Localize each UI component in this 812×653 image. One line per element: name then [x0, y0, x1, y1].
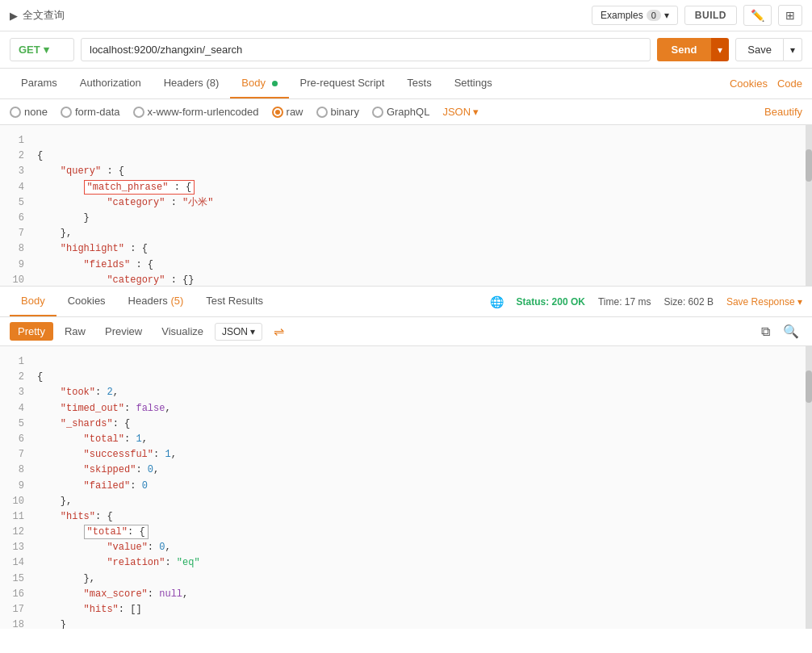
cookies-link[interactable]: Cookies [730, 69, 768, 98]
collection-title: 全文查询 [23, 8, 65, 23]
resp-tab-body[interactable]: Body [10, 287, 57, 316]
copy-response-button[interactable]: ⧉ [758, 322, 773, 341]
wrap-lines-button[interactable]: ⇌ [269, 322, 289, 341]
url-bar: GET ▾ Send ▾ Save ▾ [0, 31, 812, 69]
response-scrollbar[interactable] [806, 346, 812, 629]
radio-raw [272, 107, 283, 118]
top-bar-actions: Examples 0 ▾ BUILD ✏️ ⊞ [592, 5, 802, 26]
json-type-selector[interactable]: JSON ▾ [442, 106, 479, 118]
response-type-selector[interactable]: JSON ▾ [215, 323, 262, 341]
tab-tests[interactable]: Tests [396, 69, 442, 98]
json-chevron-icon: ▾ [473, 106, 479, 118]
time-label: Time: 17 ms [598, 296, 651, 308]
save-dropdown-button[interactable]: ▾ [784, 38, 802, 61]
beautify-link[interactable]: Beautify [764, 106, 802, 118]
method-label: GET [19, 44, 40, 56]
method-chevron-icon: ▾ [44, 44, 49, 56]
search-response-button[interactable]: 🔍 [780, 322, 802, 341]
build-button[interactable]: BUILD [684, 6, 737, 25]
tab-body-label: Body [241, 77, 266, 89]
layout-icon-button[interactable]: ⊞ [778, 5, 802, 26]
save-button-group: Save ▾ [735, 38, 802, 61]
body-type-none[interactable]: none [10, 106, 48, 118]
tab-prerequest[interactable]: Pre-request Script [289, 69, 396, 98]
editor-scrollbar[interactable] [806, 125, 812, 286]
send-dropdown-button[interactable]: ▾ [711, 38, 729, 61]
response-code[interactable]: { "took": 2, "timed_out": false, "_shard… [29, 346, 812, 629]
code-link[interactable]: Code [777, 69, 802, 98]
save-button[interactable]: Save [735, 38, 784, 61]
code-content: 12345678910 { "query" : { "match_phrase"… [0, 125, 812, 286]
tab-headers[interactable]: Headers (8) [153, 69, 231, 98]
body-type-bar: none form-data x-www-form-urlencoded raw… [0, 99, 812, 125]
tab-authorization[interactable]: Authorization [69, 69, 153, 98]
line-numbers: 12345678910 [0, 125, 29, 286]
request-body-editor: 12345678910 { "query" : { "match_phrase"… [0, 125, 812, 287]
examples-label: Examples [601, 10, 643, 21]
examples-chevron-icon: ▾ [664, 10, 669, 21]
request-code[interactable]: { "query" : { "match_phrase" : { "catego… [29, 125, 812, 286]
response-action-icons: ⧉ 🔍 [758, 322, 802, 341]
globe-icon: 🌐 [490, 295, 504, 308]
response-scrollbar-thumb [806, 370, 812, 403]
send-button[interactable]: Send [657, 38, 712, 61]
resp-tab-test-results[interactable]: Test Results [195, 287, 274, 316]
top-bar: ▶ 全文查询 Examples 0 ▾ BUILD ✏️ ⊞ [0, 0, 812, 31]
radio-formdata [61, 107, 72, 118]
save-response-button[interactable]: Save Response ▾ [726, 296, 802, 308]
body-active-dot [272, 81, 278, 86]
examples-button[interactable]: Examples 0 ▾ [592, 6, 678, 25]
response-body-area: 123456789101112131415161718 { "took": 2,… [0, 346, 812, 629]
size-label: Size: 602 B [664, 296, 714, 308]
edit-icon-button[interactable]: ✏️ [743, 5, 772, 26]
resp-tab-headers[interactable]: Headers (5) [117, 287, 195, 316]
save-response-chevron-icon: ▾ [797, 296, 802, 308]
editor-scrollbar-thumb [806, 149, 812, 182]
tab-body[interactable]: Body [230, 69, 288, 98]
body-type-formdata[interactable]: form-data [61, 106, 120, 118]
request-tabs: Params Authorization Headers (8) Body Pr… [0, 69, 812, 99]
collection-title-area: ▶ 全文查询 [10, 8, 65, 23]
radio-binary [316, 107, 328, 118]
status-label: Status: 200 OK [517, 296, 585, 308]
examples-count: 0 [647, 10, 661, 21]
body-type-graphql[interactable]: GraphQL [372, 106, 429, 118]
response-type-label: JSON [222, 326, 248, 337]
body-type-raw[interactable]: raw [272, 106, 303, 118]
response-status-area: 🌐 Status: 200 OK Time: 17 ms Size: 602 B… [490, 295, 802, 308]
expand-icon[interactable]: ▶ [10, 10, 18, 22]
tab-settings[interactable]: Settings [443, 69, 504, 98]
format-pretty-button[interactable]: Pretty [10, 322, 53, 341]
response-format-bar: Pretty Raw Preview Visualize JSON ▾ ⇌ ⧉ … [0, 317, 812, 346]
radio-graphql [372, 107, 383, 118]
response-code-content: 123456789101112131415161718 { "took": 2,… [0, 346, 812, 629]
format-visualize-button[interactable]: Visualize [153, 322, 211, 341]
resp-tab-cookies[interactable]: Cookies [57, 287, 117, 316]
url-input[interactable] [81, 38, 651, 61]
radio-none [10, 107, 21, 118]
format-preview-button[interactable]: Preview [97, 322, 150, 341]
body-type-binary[interactable]: binary [316, 106, 359, 118]
format-raw-button[interactable]: Raw [57, 322, 94, 341]
tab-params[interactable]: Params [10, 69, 69, 98]
radio-urlencoded [133, 107, 144, 118]
response-tabs-bar: Body Cookies Headers (5) Test Results 🌐 … [0, 287, 812, 317]
send-button-group: Send ▾ [657, 38, 730, 61]
body-type-urlencoded[interactable]: x-www-form-urlencoded [133, 106, 259, 118]
tab-right-links: Cookies Code [730, 69, 802, 98]
response-type-chevron-icon: ▾ [250, 326, 255, 337]
method-selector[interactable]: GET ▾ [10, 38, 74, 61]
resp-line-numbers: 123456789101112131415161718 [0, 346, 29, 629]
